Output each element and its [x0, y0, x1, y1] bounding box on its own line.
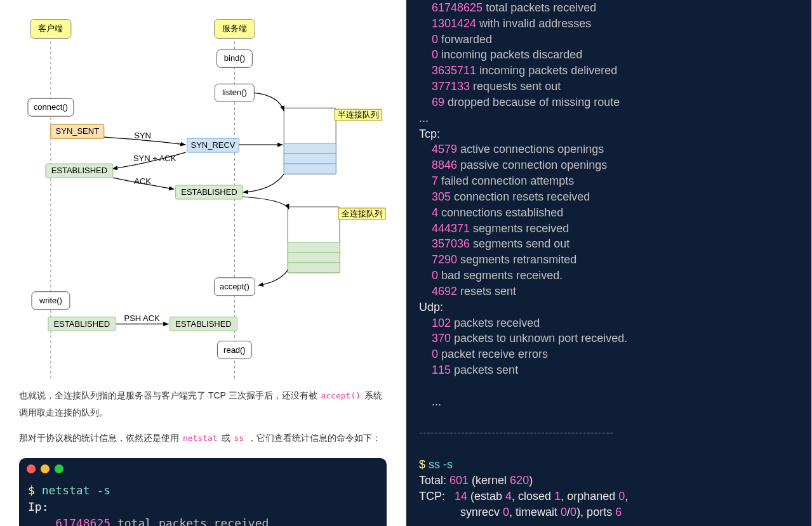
- udp-t-2: packet receive errors: [441, 348, 548, 360]
- ellipsis-1: ...: [419, 112, 429, 124]
- prompt-1: $: [28, 483, 35, 497]
- tcp-n-3: 305: [432, 190, 451, 203]
- ss-tcp-c: , closed: [512, 490, 554, 503]
- tcp-t-1: passive connection openings: [460, 159, 607, 171]
- ss-tcp-l2a: synrecv: [419, 506, 503, 518]
- r-ip-t-6: dropped because of missing route: [448, 96, 620, 108]
- terminal-body-2: 61748625 total packets received 1301424 …: [406, 0, 811, 520]
- est-write-node: ESTABLISHED: [54, 319, 110, 329]
- left-column: 客户端 服务端 bind() listen() connect() SYN_SE…: [0, 0, 406, 526]
- psh-ack-label: PSH ACK: [124, 313, 161, 323]
- ss-tcp-b: (estab: [467, 490, 505, 503]
- svg-rect-18: [288, 253, 340, 263]
- syn-sent-node: SYN_SENT: [56, 126, 100, 136]
- terminal-header: [19, 458, 387, 480]
- ss-tcp-n8: 6: [615, 506, 622, 518]
- bind-node: bind(): [224, 53, 245, 63]
- traffic-light-green-icon: [55, 464, 63, 473]
- ip-txt-0: total packets received: [117, 516, 269, 526]
- r-ip-n-5: 377133: [432, 80, 470, 93]
- netstat-code: netstat: [182, 433, 219, 443]
- synack-label: SYN + ACK: [133, 154, 176, 163]
- p2-mid: 或: [219, 433, 233, 443]
- right-column: 61748625 total packets received 1301424 …: [406, 0, 812, 526]
- ss-total-b: (kernel: [469, 474, 510, 487]
- ss-tcp-l2b: , timewait: [509, 506, 561, 518]
- udp-t-0: packets received: [454, 317, 540, 329]
- tcp-n-4: 4: [432, 206, 438, 219]
- traffic-light-red-icon: [27, 464, 36, 473]
- udp-header: Udp:: [419, 301, 443, 313]
- terminal-block-1: $ netstat -s Ip: 61748625 total packets …: [19, 458, 387, 526]
- ss-tcp-n2: 4: [505, 490, 512, 503]
- client-node: 客户端: [38, 23, 63, 33]
- ss-total-n2: 620: [510, 474, 529, 487]
- ss-tcp-e: ,: [625, 490, 628, 503]
- syn-label: SYN: [134, 131, 151, 140]
- tcp-t-8: bad segments received.: [441, 269, 562, 282]
- tcp-t-4: connections established: [441, 206, 563, 219]
- tcp-t-2: failed connection attempts: [441, 174, 574, 187]
- ss-total-a: Total:: [419, 474, 449, 487]
- ss-tcp-n4: 0: [618, 490, 625, 503]
- terminal-body-1: $ netstat -s Ip: 61748625 total packets …: [19, 480, 387, 526]
- write-node: write(): [39, 296, 62, 305]
- udp-n-2: 0: [432, 348, 438, 360]
- udp-t-3: packets sent: [454, 364, 518, 376]
- ss-code: ss: [232, 433, 245, 443]
- ack-label: ACK: [134, 176, 151, 186]
- ellipsis-2: ...: [419, 395, 441, 408]
- udp-n-3: 115: [432, 364, 451, 376]
- accept-code: accept(): [319, 391, 362, 400]
- ss-tcp-n3: 1: [554, 490, 561, 503]
- svg-rect-17: [288, 242, 340, 253]
- est-server-node: ESTABLISHED: [181, 187, 237, 197]
- tcp-t-7: segments retransmited: [460, 253, 576, 266]
- r-ip-n-3: 0: [432, 48, 438, 61]
- r-ip-t-4: incoming packets delivered: [479, 64, 617, 77]
- cmd-ss: ss -s: [429, 458, 453, 471]
- cmd-netstat: netstat -s: [42, 483, 110, 497]
- p2-a: 那对于协议栈的统计信息，依然还是使用: [19, 433, 182, 443]
- r-ip-t-3: incoming packets discarded: [441, 48, 582, 61]
- ip-header: Ip:: [28, 500, 49, 513]
- ip-val-0: 61748625: [55, 516, 110, 526]
- tcp-n-0: 4579: [432, 143, 457, 155]
- body-text: 也就说，全连接队列指的是服务器与客户端完了 TCP 三次握手后，还没有被 acc…: [19, 387, 387, 447]
- est-read-node: ESTABLISHED: [175, 319, 231, 329]
- ss-tcp-n1: 14: [455, 490, 467, 503]
- svg-rect-13: [284, 154, 336, 164]
- ss-tcp-n5: 0: [503, 506, 509, 518]
- divider-dashes: ----------------------------------------…: [419, 426, 613, 439]
- accept-node: accept(): [220, 282, 250, 291]
- est-client-node: ESTABLISHED: [51, 166, 107, 175]
- svg-rect-12: [284, 143, 336, 154]
- r-ip-n-4: 3635711: [432, 64, 476, 77]
- tcp-n-5: 444371: [432, 222, 470, 235]
- p1-a: 也就说，全连接队列指的是服务器与客户端完了 TCP 三次握手后，还没有被: [19, 390, 319, 400]
- ss-total-c: ): [529, 474, 533, 487]
- udp-t-1: packets to unknown port received.: [454, 332, 627, 345]
- syn-recv-node: SYN_RECV: [191, 140, 236, 150]
- ss-tcp-n6: 0: [561, 506, 567, 518]
- listen-node: listen(): [222, 88, 247, 97]
- connect-node: connect(): [34, 102, 68, 112]
- ss-total-n1: 601: [449, 474, 469, 487]
- read-node: read(): [223, 345, 246, 355]
- ss-tcp-d: , orphaned: [561, 490, 618, 503]
- ss-tcp-l2d: ), ports: [576, 506, 615, 518]
- svg-rect-14: [284, 164, 336, 174]
- tcp-n-7: 7290: [432, 253, 457, 266]
- tcp-t-9: resets sent: [460, 285, 516, 298]
- prompt-2: $: [419, 458, 425, 471]
- tcp-n-9: 4692: [432, 285, 457, 298]
- ss-tcp-n7: 0: [570, 506, 576, 518]
- ss-tcp-a: TCP:: [419, 490, 455, 503]
- server-node: 服务端: [222, 23, 247, 33]
- r-ip-t-2: forwarded: [441, 33, 492, 46]
- tcp-t-6: segments send out: [473, 237, 569, 250]
- r-ip-n-2: 0: [432, 33, 438, 46]
- udp-n-1: 370: [432, 332, 451, 345]
- full-queue-label: 全连接队列: [342, 209, 383, 218]
- r-ip-t-1: with invalid addresses: [479, 17, 591, 30]
